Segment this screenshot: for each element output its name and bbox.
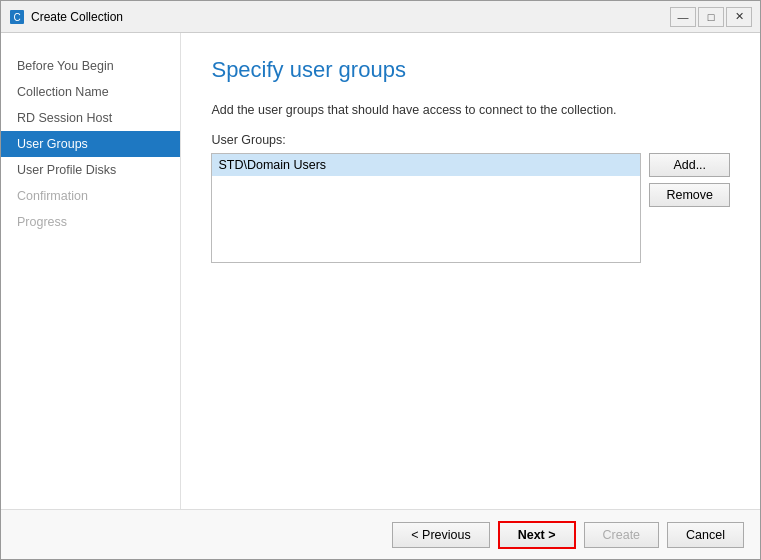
user-groups-label: User Groups:	[211, 133, 730, 147]
title-bar-left: C Create Collection	[9, 9, 123, 25]
next-button[interactable]: Next >	[498, 521, 576, 549]
user-groups-buttons: Add... Remove	[649, 153, 730, 207]
sidebar-item-rd-session-host[interactable]: RD Session Host	[1, 105, 180, 131]
main-window: C Create Collection — □ ✕ Before You Beg…	[0, 0, 761, 560]
sidebar: Before You Begin Collection Name RD Sess…	[1, 33, 181, 509]
sidebar-item-progress: Progress	[1, 209, 180, 235]
minimize-button[interactable]: —	[670, 7, 696, 27]
maximize-button[interactable]: □	[698, 7, 724, 27]
close-button[interactable]: ✕	[726, 7, 752, 27]
sidebar-item-before-you-begin[interactable]: Before You Begin	[1, 53, 180, 79]
remove-button[interactable]: Remove	[649, 183, 730, 207]
title-bar: C Create Collection — □ ✕	[1, 1, 760, 33]
page-description: Add the user groups that should have acc…	[211, 103, 730, 117]
page-title: Specify user groups	[211, 57, 730, 83]
window-title: Create Collection	[31, 10, 123, 24]
sidebar-item-user-profile-disks[interactable]: User Profile Disks	[1, 157, 180, 183]
create-button: Create	[584, 522, 660, 548]
list-item[interactable]: STD\Domain Users	[212, 154, 640, 176]
title-bar-controls: — □ ✕	[670, 7, 752, 27]
main-panel: Specify user groups Add the user groups …	[181, 33, 760, 509]
add-button[interactable]: Add...	[649, 153, 730, 177]
sidebar-item-collection-name[interactable]: Collection Name	[1, 79, 180, 105]
svg-text:C: C	[13, 12, 20, 23]
cancel-button[interactable]: Cancel	[667, 522, 744, 548]
content-area: Before You Begin Collection Name RD Sess…	[1, 33, 760, 509]
app-icon: C	[9, 9, 25, 25]
footer: < Previous Next > Create Cancel	[1, 509, 760, 559]
user-groups-list[interactable]: STD\Domain Users	[211, 153, 641, 263]
sidebar-item-user-groups[interactable]: User Groups	[1, 131, 180, 157]
sidebar-item-confirmation: Confirmation	[1, 183, 180, 209]
previous-button[interactable]: < Previous	[392, 522, 489, 548]
user-groups-row: STD\Domain Users Add... Remove	[211, 153, 730, 263]
